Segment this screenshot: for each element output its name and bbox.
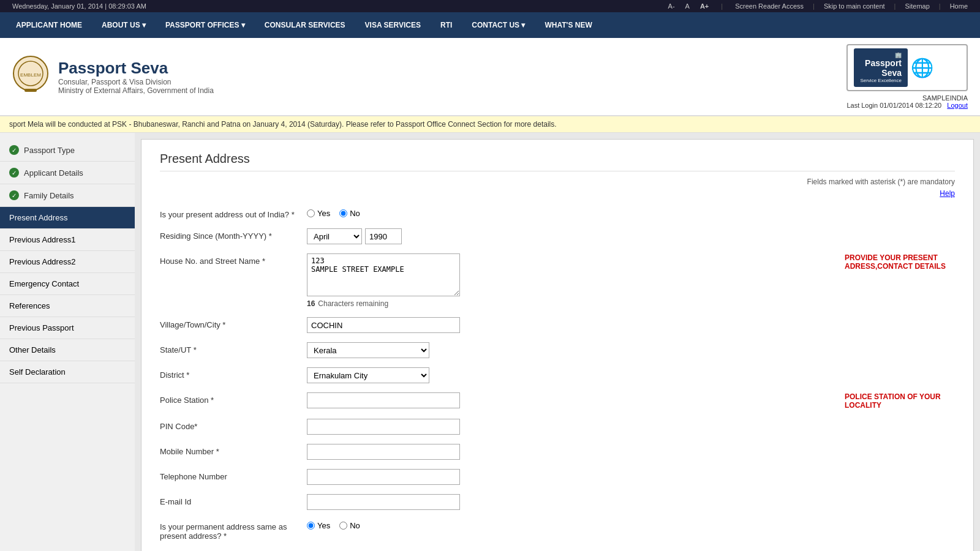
present-address-out-label: Is your present address out of India? * — [160, 207, 307, 219]
residing-month-select[interactable]: January February March April May June Ju… — [307, 228, 362, 244]
font-size-minus[interactable]: A- — [668, 2, 675, 10]
sidebar-label-previous-passport: Previous Passport — [9, 323, 74, 332]
screen-reader-link[interactable]: Screen Reader Access — [735, 2, 804, 10]
present-address-no-radio[interactable] — [339, 209, 347, 217]
present-address-radio-group: Yes No — [307, 207, 955, 218]
email-input[interactable] — [307, 494, 460, 510]
nav-rti[interactable]: RTI — [431, 12, 462, 38]
permanent-no-label[interactable]: No — [339, 521, 360, 530]
present-address-yes-radio[interactable] — [307, 209, 315, 217]
permanent-same-label: Is your permanent address same as presen… — [160, 519, 307, 541]
sidebar-item-references[interactable]: References — [0, 295, 135, 317]
sidebar-label-references: References — [9, 301, 50, 310]
sidebar-item-passport-type[interactable]: ✓ Passport Type — [0, 139, 135, 162]
last-login-label: Last Login — [846, 102, 878, 109]
email-row: E-mail Id — [160, 494, 955, 510]
site-subtitle2: Ministry of External Affairs, Government… — [58, 86, 214, 95]
residing-since-field: January February March April May June Ju… — [307, 228, 955, 244]
state-select[interactable]: Kerala Maharashtra Delhi Tamil Nadu Karn… — [307, 342, 429, 358]
state-row: State/UT * Kerala Maharashtra Delhi Tami… — [160, 342, 955, 358]
site-subtitle1: Consular, Passport & Visa Division — [58, 78, 214, 86]
sitemap-link[interactable]: Sitemap — [905, 2, 929, 10]
site-title: Passport Seva — [58, 59, 214, 78]
font-size-normal[interactable]: A — [685, 2, 690, 10]
sidebar-label-previous-address1: Previous Address1 — [9, 235, 75, 244]
residing-since-label: Residing Since (Month-YYYY) * — [160, 228, 307, 241]
house-no-textarea[interactable]: 123 SAMPLE STREET EXAMPLE — [307, 253, 460, 296]
sidebar-item-emergency-contact[interactable]: Emergency Contact — [0, 273, 135, 295]
residing-since-inputs: January February March April May June Ju… — [307, 228, 955, 244]
help-link[interactable]: Help — [160, 189, 955, 198]
header-branding: EMBLEM Passport Seva Consular, Passport … — [12, 55, 214, 98]
site-header: EMBLEM Passport Seva Consular, Passport … — [0, 38, 980, 116]
telephone-label: Telephone Number — [160, 469, 307, 481]
globe-icon: 🌐 — [911, 57, 933, 78]
login-info: SAMPLEINDIA Last Login 01/01/2014 08:12:… — [846, 94, 968, 109]
police-station-row: Police Station * POLICE STATION OF YOUR … — [160, 392, 955, 410]
telephone-field — [307, 469, 955, 485]
village-label: Village/Town/City * — [160, 317, 307, 329]
nav-about-us[interactable]: ABOUT US ▾ — [92, 12, 156, 38]
present-address-no-label[interactable]: No — [339, 209, 360, 218]
police-station-input[interactable] — [307, 392, 460, 408]
skip-main-link[interactable]: Skip to main content — [824, 2, 885, 10]
nav-consular-services[interactable]: CONSULAR SERVICES — [255, 12, 355, 38]
nav-contact-us[interactable]: CONTACT US ▾ — [462, 12, 535, 38]
sidebar-item-previous-passport[interactable]: Previous Passport — [0, 317, 135, 339]
sidebar-item-self-declaration[interactable]: Self Declaration — [0, 361, 135, 383]
permanent-yes-label[interactable]: Yes — [307, 521, 330, 530]
residing-year-input[interactable] — [365, 228, 402, 244]
last-login-value: 01/01/2014 08:12:20 — [880, 102, 941, 109]
emblem-icon: EMBLEM — [12, 55, 49, 98]
check-icon: ✓ — [9, 168, 19, 178]
header-right: 🏢 Passport Seva Service Excellence 🌐 SAM… — [846, 44, 968, 109]
header-text: Passport Seva Consular, Passport & Visa … — [58, 59, 214, 95]
permanent-yes-radio[interactable] — [307, 522, 315, 530]
telephone-row: Telephone Number — [160, 469, 955, 485]
sidebar-item-family-details[interactable]: ✓ Family Details — [0, 184, 135, 207]
page-title: Present Address — [160, 152, 955, 171]
pin-code-input[interactable] — [307, 419, 460, 435]
hint-address: PROVIDE YOUR PRESENT ADRESS,CONTACT DETA… — [845, 253, 955, 271]
chars-remaining-label: Characters remaining — [318, 299, 388, 308]
content-area: Present Address Fields marked with aster… — [141, 139, 974, 551]
sidebar-item-previous-address2[interactable]: Previous Address2 — [0, 251, 135, 273]
pin-code-label: PIN Code* — [160, 419, 307, 431]
pin-code-field — [307, 419, 955, 435]
sidebar-label-passport-type: Passport Type — [24, 146, 75, 155]
police-station-label: Police Station * — [160, 392, 307, 405]
telephone-input[interactable] — [307, 469, 460, 485]
mobile-input[interactable] — [307, 444, 460, 460]
sidebar-item-present-address[interactable]: Present Address — [0, 207, 135, 229]
residing-since-row: Residing Since (Month-YYYY) * January Fe… — [160, 228, 955, 244]
permanent-same-radio-group: Yes No — [307, 519, 955, 530]
village-input[interactable] — [307, 317, 460, 333]
nav-visa-services[interactable]: VISA SERVICES — [355, 12, 431, 38]
sidebar-label-family-details: Family Details — [24, 191, 74, 200]
home-link[interactable]: Home — [950, 2, 968, 10]
top-bar-right: A- A A+ | Screen Reader Access | Skip to… — [668, 2, 968, 10]
house-no-label: House No. and Street Name * — [160, 253, 307, 266]
mobile-field — [307, 444, 955, 460]
permanent-same-field: Yes No — [307, 519, 955, 530]
chars-count: 16 — [307, 299, 315, 308]
sidebar-label-applicant-details: Applicant Details — [24, 168, 83, 178]
permanent-no-radio[interactable] — [339, 522, 347, 530]
nav-applicant-home[interactable]: APPLICANT HOME — [6, 12, 92, 38]
check-icon: ✓ — [9, 190, 19, 200]
sidebar-item-applicant-details[interactable]: ✓ Applicant Details — [0, 162, 135, 184]
district-select[interactable]: Ernakulam City Thiruvananthapuram Kozhik… — [307, 367, 429, 383]
present-address-yes-label[interactable]: Yes — [307, 209, 330, 218]
nav-passport-offices[interactable]: PASSPORT OFFICES ▾ — [156, 12, 255, 38]
sidebar-item-other-details[interactable]: Other Details — [0, 339, 135, 361]
notice-bar: sport Mela will be conducted at PSK - Bh… — [0, 116, 980, 133]
email-field — [307, 494, 955, 510]
district-label: District * — [160, 367, 307, 380]
logout-link[interactable]: Logout — [947, 102, 968, 109]
sidebar-item-previous-address1[interactable]: Previous Address1 — [0, 229, 135, 251]
nav-whats-new[interactable]: WHAT'S NEW — [535, 12, 601, 38]
font-size-plus[interactable]: A+ — [700, 2, 709, 10]
username: SAMPLEINDIA — [922, 94, 968, 102]
notice-text: sport Mela will be conducted at PSK - Bh… — [9, 120, 557, 129]
district-row: District * Ernakulam City Thiruvananthap… — [160, 367, 955, 383]
